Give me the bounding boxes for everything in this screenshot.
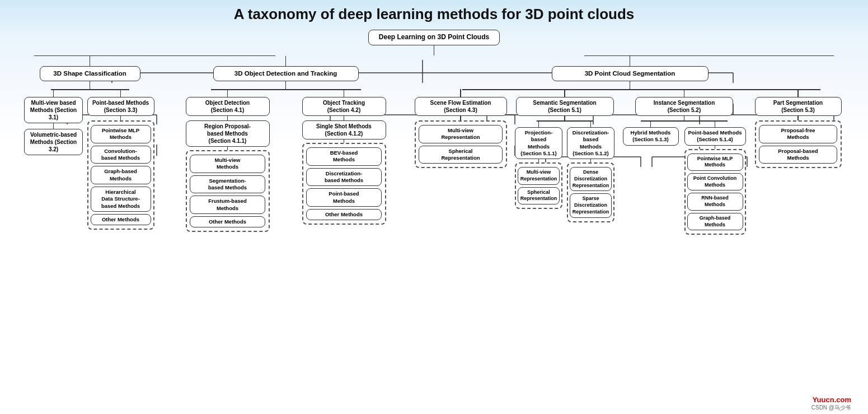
instance-seg-node: Instance Segmentation(Section 5.2) — [635, 97, 733, 116]
discretization-based-node: Discretization-based Methods — [306, 168, 382, 187]
rnn-based-node: RNN-basedMethods — [687, 193, 743, 210]
diagram: Deep Learning on 3D Point Clouds 3D Shap… — [12, 30, 857, 235]
root-node: Deep Learning on 3D Point Clouds — [368, 30, 500, 45]
root-row: Deep Learning on 3D Point Clouds — [12, 30, 857, 45]
multiview-repr2-node: Multi-viewRepresentation — [518, 167, 560, 184]
segmentation-based-node: Segmentation-based Methods — [190, 175, 265, 194]
instance-dashed: Pointwise MLPMethods Point ConvolutionMe… — [684, 149, 746, 235]
point-based-512-node: Point-based Methods(Section 5.1.4) — [684, 127, 746, 146]
page-title: A taxonomy of deep learning methods for … — [11, 6, 857, 23]
multiview-repr-node: Multi-viewRepresentation — [419, 125, 503, 143]
other-methods-det-node: Other Methods — [190, 216, 265, 227]
detection-tracking-node: 3D Object Detection and Tracking — [213, 66, 359, 81]
pointbased-header-node: Point-based Methods(Section 3.3) — [87, 97, 154, 116]
part-dashed: Proposal-freeMethods Proposal-basedMetho… — [755, 120, 842, 168]
obj-tracking-node: Object Tracking(Section 4.2) — [302, 97, 386, 116]
bev-based-node: BEV-basedMethods — [306, 147, 382, 166]
region-proposal-node: Region Proposal-based Methods(Section 4.… — [186, 120, 270, 147]
point-conv-node: Point ConvolutionMethods — [687, 173, 743, 190]
pointwise-mlp-node: Pointwise MLPMethods — [91, 125, 151, 143]
shape-classification-node: 3D Shape Classification — [40, 66, 140, 81]
scene-flow-dashed-box: Multi-viewRepresentation SphericalRepres… — [415, 120, 507, 168]
disc-dashed: Dense DiscretizationRepresentation Spars… — [567, 162, 614, 222]
proj-dashed: Multi-viewRepresentation SphericalRepres… — [515, 162, 562, 209]
page-container: A taxonomy of deep learning methods for … — [0, 0, 868, 414]
multiview-methods-node: Multi-viewMethods — [190, 155, 265, 173]
scene-flow-node: Scene Flow Estimation(Section 4.3) — [415, 97, 507, 116]
part-seg-node: Part Segmentation(Section 5.3) — [755, 97, 842, 116]
detection-dashed-box: Multi-viewMethods Segmentation-based Met… — [186, 150, 270, 232]
spherical-repr-node: SphericalRepresentation — [419, 146, 503, 164]
single-shot-dashed-box: BEV-basedMethods Discretization-based Me… — [302, 143, 386, 225]
single-shot-node: Single Shot Methods(Section 4.1.2) — [302, 120, 386, 139]
inst-pointwise-node: Pointwise MLPMethods — [687, 153, 743, 171]
point-based-methods-node: Point-basedMethods — [306, 188, 382, 207]
sparse-disc-node: Sparse DiscretizationRepresentation — [570, 193, 612, 217]
graph-based-inst-node: Graph-basedMethods — [687, 213, 743, 230]
hierarchical-node: HierarchicalData Structure-based Methods — [91, 187, 151, 212]
watermark: Yuucn.com — [813, 396, 851, 404]
discretization-node: Discretization-basedMethods (Section 5.1… — [567, 127, 614, 159]
frustum-based-node: Frustum-basedMethods — [190, 196, 265, 214]
pointbased-dashed-box: Pointwise MLPMethods Convolution-based M… — [87, 120, 154, 230]
multiview-node: Multi-view basedMethods (Section 3.1) — [24, 97, 83, 123]
other-methods-track-node: Other Methods — [306, 209, 382, 220]
watermark2: CSDN @马少爷 — [811, 404, 851, 412]
projection-node: Projection-basedMethods (Section 5.1.1) — [515, 127, 562, 159]
obj-detection-node: Object Detection(Section 4.1) — [186, 97, 270, 116]
proposal-free-node: Proposal-freeMethods — [759, 125, 837, 143]
dense-disc-node: Dense DiscretizationRepresentation — [570, 167, 612, 191]
graph-methods-node: Graph-basedMethods — [91, 166, 151, 184]
spherical-repr2-node: SphericalRepresentation — [518, 187, 560, 204]
volumetric-node: Volumetric-basedMethods (Section 3.2) — [24, 129, 83, 155]
other-methods-left-node: Other Methods — [91, 214, 151, 225]
segmentation-node: 3D Point Cloud Segmentation — [552, 66, 709, 81]
hybrid-methods-node: Hybrid Methods(Section 5.1.3) — [623, 127, 679, 146]
convolution-node: Convolution-based Methods — [91, 146, 151, 164]
semantic-seg-node: Semantic Segmentation(Section 5.1) — [516, 97, 614, 116]
proposal-based-node: Proposal-basedMethods — [759, 146, 837, 164]
